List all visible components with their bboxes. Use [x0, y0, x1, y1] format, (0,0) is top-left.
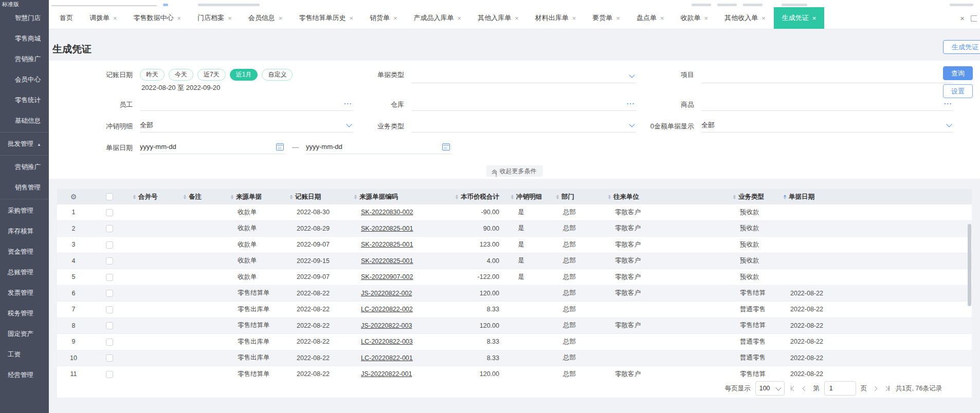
cell-source_code[interactable]: LC-20220822-003: [350, 338, 447, 345]
column-header-来源单据编码[interactable]: ▲▼来源单据编码: [350, 189, 447, 204]
column-header-来源单据[interactable]: ▲▼来源单据: [226, 189, 285, 204]
cell-source_code[interactable]: JS-20220822-002: [350, 290, 447, 297]
row-checkbox[interactable]: [106, 225, 113, 232]
quick-range-pill-今天[interactable]: 今天: [169, 69, 193, 81]
tab-门店档案[interactable]: 门店档案×: [189, 7, 240, 29]
row-checkbox[interactable]: [106, 274, 113, 281]
tab-close-icon[interactable]: ×: [572, 14, 576, 22]
employee-picker[interactable]: ···: [140, 97, 353, 111]
sidebar-item-retail-stats[interactable]: 零售统计: [0, 90, 49, 110]
sidebar-item-business-mgmt[interactable]: 经营管理: [0, 365, 49, 385]
sidebar-item-member-center[interactable]: 会员中心: [0, 69, 49, 90]
column-header-记账日期[interactable]: ▲▼记账日期: [285, 189, 350, 204]
source-code-link[interactable]: SK-20220907-002: [361, 273, 413, 280]
tab-overflow-icon[interactable]: [971, 15, 977, 22]
quick-range-pill-近7天[interactable]: 近7天: [197, 69, 226, 81]
close-all-tabs-icon[interactable]: ×: [960, 14, 965, 23]
cell-source_code[interactable]: JS-20220822-003: [350, 322, 447, 329]
quick-range-pill-昨天[interactable]: 昨天: [140, 69, 165, 81]
goods-picker[interactable]: ···: [701, 97, 953, 111]
sort-icons[interactable]: ▲▼: [230, 194, 234, 200]
warehouse-picker[interactable]: ···: [411, 97, 636, 111]
last-page-button[interactable]: [883, 386, 891, 391]
column-header-单据日期[interactable]: ▲▼单据日期: [779, 189, 972, 204]
source-code-link[interactable]: LC-20220822-003: [361, 338, 413, 345]
tab-close-icon[interactable]: ×: [113, 14, 117, 22]
column-header-合并号[interactable]: ▲▼合并号: [129, 189, 179, 204]
sort-icons[interactable]: ▲▼: [455, 194, 459, 200]
column-header-备注[interactable]: ▲▼备注: [179, 189, 226, 204]
tab-close-icon[interactable]: ×: [458, 14, 462, 22]
sidebar-item-inventory-accounting[interactable]: 库存核算: [0, 221, 49, 241]
quick-range-pill-近1月[interactable]: 近1月: [230, 69, 258, 81]
row-checkbox[interactable]: [106, 339, 113, 346]
tab-收款单[interactable]: 收款单×: [673, 7, 717, 29]
tab-close-icon[interactable]: ×: [393, 14, 397, 22]
source-code-link[interactable]: SK-20220830-002: [361, 209, 413, 216]
biz-type-select[interactable]: [411, 118, 636, 133]
settings-button[interactable]: 设置: [943, 84, 973, 98]
sort-icons[interactable]: ▲▼: [783, 194, 787, 200]
sidebar-item-sales-mgmt[interactable]: 销售管理: [0, 177, 49, 198]
source-code-link[interactable]: JS-20220822-001: [361, 370, 412, 378]
project-picker[interactable]: ···: [701, 69, 953, 83]
source-code-link[interactable]: LC-20220822-001: [361, 354, 413, 362]
tab-其他收入单[interactable]: 其他收入单×: [716, 7, 774, 29]
quick-range-pill-自定义[interactable]: 自定义: [262, 69, 293, 81]
collapse-more-conditions[interactable]: 收起更多条件: [486, 165, 543, 177]
column-header-业务类型[interactable]: ▲▼业务类型: [729, 189, 779, 204]
doc-date-end-input[interactable]: yyyy-mm-dd: [306, 140, 451, 154]
row-checkbox[interactable]: [106, 354, 113, 362]
cell-source_code[interactable]: LC-20220822-001: [350, 354, 447, 362]
cell-source_code[interactable]: SK-20220830-002: [350, 209, 447, 216]
sort-icons[interactable]: ▲▼: [354, 194, 357, 200]
source-code-link[interactable]: SK-20220825-001: [361, 225, 413, 232]
sidebar-item-wholesale-mgmt[interactable]: 批发管理▲: [0, 134, 49, 154]
query-button[interactable]: 查询: [943, 66, 973, 80]
sort-icons[interactable]: ▲▼: [511, 194, 514, 200]
source-code-link[interactable]: LC-20220822-002: [361, 306, 413, 313]
sidebar-item-fixed-assets[interactable]: 固定资产: [0, 324, 49, 344]
cell-source_code[interactable]: LC-20220822-002: [350, 306, 447, 313]
sort-icons[interactable]: ▲▼: [733, 194, 736, 200]
gear-icon[interactable]: ⚙: [70, 193, 77, 201]
tab-会员信息[interactable]: 会员信息×: [240, 7, 291, 29]
writeoff-detail-select[interactable]: 全部: [140, 118, 353, 133]
column-header-部门[interactable]: ▲▼部门: [552, 189, 604, 204]
tab-close-icon[interactable]: ×: [812, 14, 816, 22]
scrollbar-thumb[interactable]: [968, 224, 971, 306]
generate-voucher-button[interactable]: 生成凭证: [943, 40, 980, 54]
tab-零售结算单历史[interactable]: 零售结算单历史×: [291, 7, 361, 29]
tab-close-icon[interactable]: ×: [660, 14, 664, 22]
tab-调拨单[interactable]: 调拨单×: [81, 7, 125, 29]
column-header-往来单位[interactable]: ▲▼往来单位: [604, 189, 729, 204]
tab-要货单[interactable]: 要货单×: [584, 7, 628, 29]
sort-icons[interactable]: ▲▼: [183, 194, 187, 200]
sidebar-item-tax-mgmt[interactable]: 税务管理: [0, 303, 49, 324]
cell-source_code[interactable]: JS-20220822-001: [350, 370, 447, 378]
source-code-link[interactable]: JS-20220822-003: [361, 322, 412, 329]
sort-icons[interactable]: ▲▼: [289, 194, 293, 200]
tab-close-icon[interactable]: ×: [761, 14, 766, 22]
tab-零售数据中心[interactable]: 零售数据中心×: [125, 7, 190, 29]
row-checkbox[interactable]: [106, 241, 113, 249]
cell-source_code[interactable]: SK-20220825-001: [350, 241, 447, 248]
doc-type-select[interactable]: [411, 69, 636, 83]
first-page-button[interactable]: [789, 386, 797, 391]
tab-close-icon[interactable]: ×: [279, 14, 283, 22]
sort-icons[interactable]: ▲▼: [608, 194, 611, 200]
tab-close-icon[interactable]: ×: [177, 14, 182, 22]
tab-close-icon[interactable]: ×: [616, 14, 620, 22]
sidebar-item-marketing-wholesale[interactable]: 营销推广: [0, 157, 49, 177]
sort-icons[interactable]: ▲▼: [556, 194, 559, 200]
tab-生成凭证[interactable]: 生成凭证×: [774, 7, 825, 29]
tab-close-icon[interactable]: ×: [228, 14, 232, 22]
sidebar-item-marketing-retail[interactable]: 营销推广: [0, 49, 49, 69]
sidebar-item-base-info[interactable]: 基础信息: [0, 110, 49, 131]
source-code-link[interactable]: SK-20220825-001: [361, 257, 413, 265]
tab-产成品入库单[interactable]: 产成品入库单×: [406, 7, 470, 29]
column-header-冲销明细[interactable]: ▲▼冲销明细: [506, 189, 552, 204]
doc-date-start-input[interactable]: yyyy-mm-dd: [140, 140, 285, 154]
sidebar-item-general-ledger[interactable]: 总账管理: [0, 262, 49, 283]
sidebar-item-smart-store[interactable]: 智慧门店: [0, 8, 49, 28]
